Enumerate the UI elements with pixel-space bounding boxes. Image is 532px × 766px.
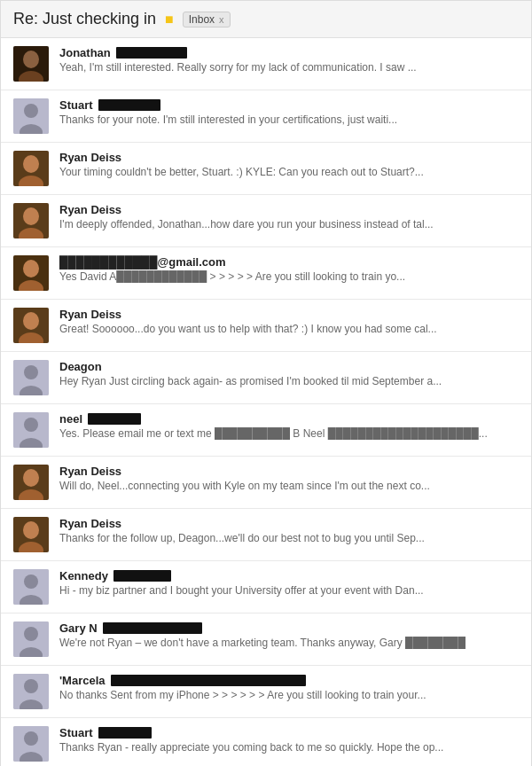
redacted-name	[98, 99, 160, 111]
svg-point-10	[23, 207, 39, 225]
redacted-name	[88, 413, 141, 425]
avatar	[13, 517, 49, 552]
svg-point-28	[23, 521, 39, 539]
message-preview: Thanks for the follow up, Deagon...we'll…	[59, 532, 519, 544]
star-icon[interactable]: ■	[165, 12, 174, 27]
sender-name: Ryan Deiss	[59, 308, 519, 321]
message-preview: Yes. Please email me or text me ████████…	[59, 427, 519, 440]
avatar	[13, 465, 49, 500]
sender-name: Ryan Deiss	[59, 203, 519, 216]
message-row[interactable]: JonathanYeah, I'm still interested. Real…	[1, 38, 531, 90]
sender-text: Stuart	[59, 726, 93, 739]
sender-text: Ryan Deiss	[59, 465, 121, 478]
message-body: DeagonHey Ryan Just circling back again-…	[59, 360, 519, 387]
avatar	[13, 569, 49, 605]
avatar	[13, 151, 49, 186]
avatar	[13, 360, 49, 395]
message-body: KennedyHi - my biz partner and I bought …	[59, 569, 519, 597]
svg-point-7	[23, 155, 39, 173]
sender-name: 'Marcela	[59, 674, 519, 687]
svg-point-13	[23, 260, 39, 277]
message-row[interactable]: DeagonHey Ryan Just circling back again-…	[1, 352, 531, 404]
sender-text: ████████████@gmail.com	[59, 255, 226, 269]
message-body: Ryan DeissThanks for the follow up, Deag…	[59, 517, 519, 544]
message-row[interactable]: Gary NWe're not Ryan – we don't have a m…	[1, 614, 531, 666]
avatar	[13, 726, 49, 762]
sender-name: Ryan Deiss	[59, 151, 519, 164]
sender-name: Stuart	[59, 726, 519, 739]
message-preview: We're not Ryan – we don't have a marketi…	[59, 637, 519, 649]
inbox-label: Inbox	[189, 13, 215, 26]
message-preview: Will do, Neel...connecting you with Kyle…	[59, 480, 519, 492]
svg-point-4	[24, 104, 38, 118]
sender-text: neel	[59, 412, 82, 426]
inbox-badge[interactable]: Inbox x	[183, 12, 231, 27]
redacted-extra	[103, 622, 202, 634]
sender-text: Stuart	[59, 98, 93, 112]
message-row[interactable]: StuartThanks Ryan - really appreciate yo…	[1, 718, 531, 766]
message-body: Gary NWe're not Ryan – we don't have a m…	[59, 621, 519, 649]
message-row[interactable]: Ryan DeissYour timing couldn't be better…	[1, 143, 531, 195]
sender-name: Kennedy	[59, 569, 519, 582]
message-row[interactable]: Ryan DeissI'm deeply offended, Jonathan.…	[1, 195, 531, 247]
message-row[interactable]: StuartThanks for your note. I'm still in…	[1, 90, 531, 143]
message-preview: Hi - my biz partner and I bought your Un…	[59, 584, 519, 597]
message-row[interactable]: KennedyHi - my biz partner and I bought …	[1, 561, 531, 614]
message-row[interactable]: Ryan DeissThanks for the follow up, Deag…	[1, 509, 531, 561]
avatar	[13, 674, 49, 709]
message-preview: Yes David A████████████ > > > > > Are yo…	[59, 270, 519, 283]
sender-name: Gary N	[59, 621, 519, 635]
svg-point-31	[24, 574, 38, 589]
avatar	[13, 308, 49, 343]
thread-header: Re: Just checking in ■ Inbox x	[1, 1, 531, 38]
message-row[interactable]: ████████████@gmail.comYes David A███████…	[1, 247, 531, 300]
message-row[interactable]: neelYes. Please email me or text me ████…	[1, 404, 531, 457]
message-preview: I'm deeply offended, Jonathan...how dare…	[59, 218, 519, 231]
message-row[interactable]: Ryan DeissGreat! Soooooo...do you want u…	[1, 300, 531, 352]
message-body: JonathanYeah, I'm still interested. Real…	[59, 46, 519, 74]
svg-point-1	[23, 51, 39, 68]
redacted-extra	[111, 675, 306, 686]
avatar	[13, 203, 49, 238]
svg-point-37	[24, 679, 38, 693]
close-icon[interactable]: x	[219, 14, 224, 25]
svg-point-40	[24, 731, 38, 746]
message-body: StuartThanks Ryan - really appreciate yo…	[59, 726, 519, 754]
message-body: Ryan DeissYour timing couldn't be better…	[59, 151, 519, 178]
message-preview: No thanks Sent from my iPhone > > > > > …	[59, 689, 519, 701]
message-preview: Thanks Ryan - really appreciate you comi…	[59, 741, 519, 754]
svg-point-16	[23, 312, 39, 330]
svg-point-34	[24, 627, 38, 641]
email-thread: Re: Just checking in ■ Inbox x JonathanY…	[0, 0, 532, 766]
redacted-name	[116, 47, 187, 59]
message-body: StuartThanks for your note. I'm still in…	[59, 98, 519, 126]
message-body: neelYes. Please email me or text me ████…	[59, 412, 519, 440]
message-body: 'MarcelaNo thanks Sent from my iPhone > …	[59, 674, 519, 701]
message-preview: Yeah, I'm still interested. Really sorry…	[59, 61, 519, 74]
message-row[interactable]: 'MarcelaNo thanks Sent from my iPhone > …	[1, 666, 531, 718]
svg-point-22	[24, 418, 38, 432]
avatar	[13, 621, 49, 657]
avatar	[13, 255, 49, 291]
sender-text: Ryan Deiss	[59, 151, 121, 164]
redacted-name	[113, 570, 171, 582]
message-preview: Hey Ryan Just circling back again- as pr…	[59, 375, 519, 387]
message-list: JonathanYeah, I'm still interested. Real…	[1, 38, 531, 766]
message-preview: Thanks for your note. I'm still interest…	[59, 113, 519, 126]
avatar	[13, 46, 49, 82]
sender-text: Kennedy	[59, 569, 108, 582]
sender-name: ████████████@gmail.com	[59, 255, 519, 269]
message-body: ████████████@gmail.comYes David A███████…	[59, 255, 519, 283]
sender-text: Jonathan	[59, 46, 111, 59]
message-body: Ryan DeissGreat! Soooooo...do you want u…	[59, 308, 519, 335]
sender-name: Jonathan	[59, 46, 519, 59]
sender-text: Deagon	[59, 360, 102, 373]
sender-name: Ryan Deiss	[59, 465, 519, 478]
message-body: Ryan DeissI'm deeply offended, Jonathan.…	[59, 203, 519, 231]
avatar	[13, 98, 49, 134]
sender-name: Ryan Deiss	[59, 517, 519, 530]
message-preview: Your timing couldn't be better, Stuart. …	[59, 166, 519, 178]
avatar	[13, 412, 49, 448]
message-row[interactable]: Ryan DeissWill do, Neel...connecting you…	[1, 457, 531, 509]
sender-text: Ryan Deiss	[59, 517, 121, 530]
